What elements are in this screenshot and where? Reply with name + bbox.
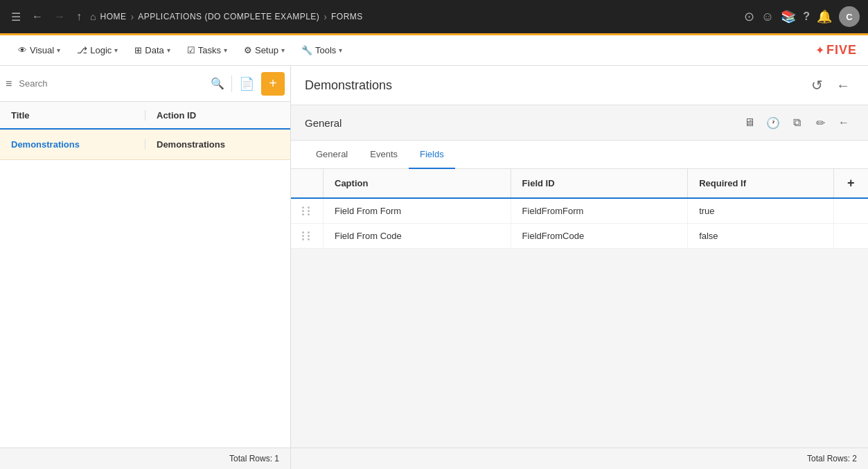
nav-data-label: Data <box>145 45 163 55</box>
main-layout: ≡ 🔍 📄 + Title Action ID Demonstrations D… <box>0 66 868 469</box>
back-icon[interactable]: ← <box>29 8 46 26</box>
breadcrumb-sep1: › <box>130 11 134 22</box>
add-field-button[interactable]: + <box>847 176 855 190</box>
nav-tools-label: Tools <box>315 45 336 55</box>
logic-icon: ⎇ <box>77 45 87 55</box>
bell-icon[interactable]: 🔔 <box>817 9 832 24</box>
breadcrumb-forms[interactable]: FORMS <box>331 12 363 21</box>
left-table-body: Demonstrations Demonstrations <box>0 130 290 448</box>
nav-tasks[interactable]: ☑ Tasks ▾ <box>180 41 234 60</box>
edit-icon[interactable]: ✏ <box>810 112 831 133</box>
nav-data[interactable]: ⊞ Data ▾ <box>127 41 177 60</box>
nav-setup-label: Setup <box>255 45 278 55</box>
required-if-2: false <box>688 224 833 249</box>
search-topbar-icon[interactable]: ⊙ <box>744 9 754 24</box>
col-fieldid-header: Field ID <box>511 169 688 198</box>
row-action-1 <box>833 198 868 224</box>
tools-icon: 🔧 <box>301 45 312 55</box>
five-logo-star: ✦ <box>815 44 824 57</box>
tasks-chevron: ▾ <box>224 46 227 54</box>
tab-fields[interactable]: Fields <box>409 141 455 169</box>
field-id-2: FieldFromCode <box>511 224 688 249</box>
tasks-icon: ☑ <box>187 45 195 55</box>
left-panel: ≡ 🔍 📄 + Title Action ID Demonstrations D… <box>0 66 291 469</box>
table-row[interactable]: Field From Code FieldFromCode false <box>291 224 868 249</box>
forward-icon[interactable]: → <box>51 8 68 26</box>
col-drag <box>291 169 324 198</box>
right-header-icons: ↺ ← <box>806 74 854 96</box>
col-add: + <box>833 169 868 198</box>
top-bar-right: ⊙ ☺ 📚 ? 🔔 C <box>744 6 860 27</box>
tools-chevron: ▾ <box>339 46 342 54</box>
setup-icon: ⚙ <box>244 45 252 55</box>
search-input[interactable] <box>16 76 204 91</box>
drag-handle-1 <box>291 198 324 224</box>
chat-icon[interactable]: ☺ <box>761 10 774 24</box>
data-icon: ⊞ <box>134 45 142 55</box>
tab-general[interactable]: General <box>305 141 359 169</box>
right-panel-title: Demonstrations <box>305 78 392 93</box>
setup-chevron: ▾ <box>281 46 285 54</box>
nav-tools[interactable]: 🔧 Tools ▾ <box>294 41 349 60</box>
breadcrumb: ⌂ HOME › APPLICATIONS (DO COMPLETE EXAMP… <box>90 11 738 22</box>
row-action-id: Demonstrations <box>145 139 290 150</box>
section-title: General <box>305 117 342 129</box>
clock-icon[interactable]: 🕐 <box>763 112 783 133</box>
nav-logic[interactable]: ⎇ Logic ▾ <box>70 41 125 60</box>
five-logo-text: FIVE <box>826 43 857 57</box>
nav-tasks-label: Tasks <box>198 45 221 55</box>
table-row[interactable]: Demonstrations Demonstrations <box>0 130 290 160</box>
visual-icon: 👁 <box>18 45 27 55</box>
left-table-header: Title Action ID <box>0 102 290 130</box>
breadcrumb-home[interactable]: HOME <box>100 12 126 21</box>
row-action-2 <box>833 224 868 249</box>
back-arrow-icon[interactable]: ← <box>832 74 854 96</box>
secondary-nav: 👁 Visual ▾ ⎇ Logic ▾ ⊞ Data ▾ ☑ Tasks ▾ … <box>0 35 868 66</box>
filter-icon[interactable]: ≡ <box>6 78 12 90</box>
fields-area: Caption Field ID Required If + <box>291 169 868 448</box>
table-row[interactable]: Field From Form FieldFromForm true <box>291 198 868 224</box>
menu-icon[interactable]: ☰ <box>8 8 24 26</box>
library-icon[interactable]: 📚 <box>781 9 796 24</box>
caption-2: Field From Code <box>324 224 511 249</box>
document-icon[interactable]: 📄 <box>236 73 257 94</box>
fields-table: Caption Field ID Required If + <box>291 169 868 249</box>
col-title-header: Title <box>0 110 145 121</box>
left-total-rows: Total Rows: 1 <box>229 454 279 463</box>
copy-icon[interactable]: ⧉ <box>786 112 807 133</box>
tab-events[interactable]: Events <box>359 141 409 169</box>
field-id-1: FieldFromForm <box>511 198 688 224</box>
right-total-rows: Total Rows: 2 <box>807 454 857 463</box>
row-title: Demonstrations <box>0 139 145 150</box>
tabs-bar: General Events Fields <box>291 141 868 169</box>
data-chevron: ▾ <box>167 46 170 54</box>
sub-header-icons: 🖥 🕐 ⧉ ✏ ← <box>739 112 854 133</box>
nav-logic-label: Logic <box>90 45 112 55</box>
right-footer: Total Rows: 2 <box>291 448 868 469</box>
col-requiredif-header: Required If <box>688 169 833 198</box>
nav-setup[interactable]: ⚙ Setup ▾ <box>237 41 292 60</box>
caption-1: Field From Form <box>324 198 511 224</box>
breadcrumb-app[interactable]: APPLICATIONS (DO COMPLETE EXAMPLE) <box>138 12 319 21</box>
add-button[interactable]: + <box>261 72 285 96</box>
right-header: Demonstrations ↺ ← <box>291 66 868 105</box>
help-icon[interactable]: ? <box>803 10 810 23</box>
nav-visual-label: Visual <box>30 45 54 55</box>
back-sub-icon[interactable]: ← <box>833 112 854 133</box>
home-icon: ⌂ <box>90 11 96 22</box>
up-icon[interactable]: ↑ <box>73 8 85 26</box>
visual-chevron: ▾ <box>57 46 60 54</box>
left-toolbar: ≡ 🔍 📄 + <box>0 66 290 102</box>
search-button[interactable]: 🔍 <box>208 74 227 93</box>
monitor-icon[interactable]: 🖥 <box>739 112 760 133</box>
col-action-header: Action ID <box>145 110 290 121</box>
back-circle-icon[interactable]: ↺ <box>806 74 828 96</box>
user-avatar[interactable]: C <box>839 6 860 27</box>
fields-header-row: Caption Field ID Required If + <box>291 169 868 198</box>
toolbar-divider <box>231 76 232 92</box>
right-panel: Demonstrations ↺ ← General 🖥 🕐 ⧉ ✏ ← Gen… <box>291 66 868 469</box>
sub-header: General 🖥 🕐 ⧉ ✏ ← <box>291 105 868 141</box>
nav-visual[interactable]: 👁 Visual ▾ <box>11 41 67 60</box>
required-if-1: true <box>688 198 833 224</box>
col-caption-header: Caption <box>324 169 511 198</box>
